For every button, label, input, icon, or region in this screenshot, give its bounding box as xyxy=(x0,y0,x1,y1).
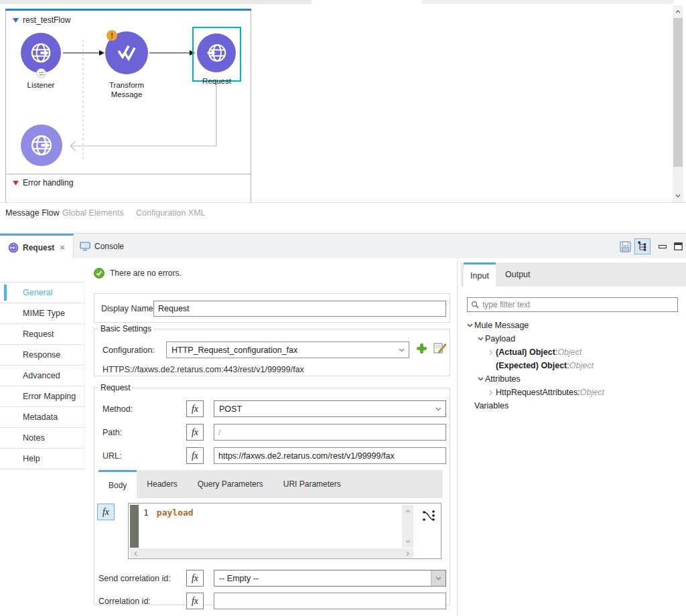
method-fx-button[interactable]: fx xyxy=(186,400,204,417)
display-name-label: Display Name: xyxy=(101,304,155,313)
http-globe-icon xyxy=(28,132,55,159)
dataweave-mapping-icon[interactable] xyxy=(421,509,436,524)
minimize-icon xyxy=(659,244,667,249)
chevron-down-icon[interactable] xyxy=(465,323,474,327)
warning-badge-icon: ! xyxy=(107,30,117,41)
display-name-input[interactable] xyxy=(153,301,446,317)
tree-item-variables[interactable]: Variables xyxy=(461,399,682,412)
tab-uri-parameters[interactable]: URI Parameters xyxy=(273,470,351,498)
filter-box[interactable] xyxy=(467,297,678,312)
maximize-icon xyxy=(674,242,683,250)
chevron-down-icon[interactable] xyxy=(394,342,409,358)
scrollbar-thumb[interactable] xyxy=(673,18,683,167)
correlation-id-fx-button[interactable]: fx xyxy=(186,593,204,609)
tree-link-icon xyxy=(637,241,648,252)
tab-input[interactable]: Input xyxy=(464,262,496,287)
chevron-down-icon[interactable] xyxy=(476,377,485,381)
correlation-id-label: Correlation id: xyxy=(98,597,151,606)
save-button[interactable] xyxy=(617,238,633,254)
plus-icon xyxy=(416,343,427,354)
configuration-select[interactable]: HTTP_Request_configuration_fax xyxy=(166,341,409,358)
body-editor[interactable]: 1payload xyxy=(128,503,441,559)
flow-container[interactable]: rest_testFlow Liste xyxy=(5,9,251,202)
properties-sidebar: General MIME Type Request Response Advan… xyxy=(0,282,85,469)
tree-item-expected-object[interactable]: (Expected) Object : Object xyxy=(461,359,682,372)
sidebar-item-general[interactable]: General xyxy=(0,283,84,303)
scroll-right-icon[interactable] xyxy=(406,547,409,559)
node-label-listener: Listener xyxy=(14,80,68,90)
method-select[interactable]: POST xyxy=(214,400,446,417)
sidebar-item-metadata[interactable]: Metadata xyxy=(0,407,84,428)
tab-message-flow[interactable]: Message Flow xyxy=(5,208,60,218)
path-fx-button[interactable]: fx xyxy=(186,424,204,441)
node-listener[interactable] xyxy=(21,33,61,73)
tree-item-actual-object[interactable]: (Actual) Object : Object xyxy=(461,345,682,359)
correlation-id-input[interactable] xyxy=(214,593,446,609)
tree-item-http-request-attributes[interactable]: HttpRequestAttributes : Object xyxy=(461,386,682,399)
sidebar-item-error-mapping[interactable]: Error Mapping xyxy=(0,386,84,407)
tab-global-elements[interactable]: Global Elements xyxy=(62,208,124,218)
send-correlation-select[interactable]: -- Empty -- xyxy=(214,570,446,587)
tab-headers[interactable]: Headers xyxy=(137,470,187,498)
sidebar-item-request[interactable]: Request xyxy=(0,324,84,345)
tree-item-mule-message[interactable]: Mule Message xyxy=(461,319,682,332)
chevron-down-icon[interactable] xyxy=(476,337,485,341)
tab-configuration-xml[interactable]: Configuration XML xyxy=(136,208,206,218)
collapse-triangle-icon[interactable] xyxy=(13,180,19,185)
scroll-left-icon[interactable] xyxy=(134,547,137,559)
scroll-down-icon[interactable] xyxy=(673,191,683,201)
editor-vertical-scrollbar[interactable] xyxy=(402,505,413,548)
console-icon xyxy=(80,242,90,251)
search-icon xyxy=(471,301,479,309)
chevron-right-icon[interactable] xyxy=(486,350,496,356)
sidebar-item-response[interactable]: Response xyxy=(0,345,84,366)
error-handling-label: Error handling xyxy=(23,178,73,187)
minimize-view-button[interactable] xyxy=(655,238,671,254)
url-input[interactable] xyxy=(214,447,446,464)
chevron-down-icon[interactable] xyxy=(431,570,445,586)
listener-sync-badge-icon xyxy=(36,68,46,78)
node-request[interactable] xyxy=(197,33,236,72)
tree-item-payload[interactable]: Payload xyxy=(461,332,682,345)
flow-header[interactable]: rest_testFlow xyxy=(13,15,70,25)
flow-canvas[interactable]: rest_testFlow Liste xyxy=(0,4,686,202)
tree-item-attributes[interactable]: Attributes xyxy=(461,372,682,386)
tab-request[interactable]: Request × xyxy=(0,234,74,259)
body-fx-button[interactable]: fx xyxy=(97,504,115,520)
sidebar-item-advanced[interactable]: Advanced xyxy=(0,366,84,386)
url-fx-button[interactable]: fx xyxy=(186,447,204,464)
url-label: URL: xyxy=(102,451,121,461)
close-icon[interactable]: × xyxy=(60,242,65,252)
node-error-listener[interactable] xyxy=(21,125,62,166)
sidebar-item-help[interactable]: Help xyxy=(0,449,84,469)
error-handling-header[interactable]: Error handling xyxy=(13,178,73,187)
editor-horizontal-scrollbar[interactable] xyxy=(130,548,413,558)
tab-console[interactable]: Console xyxy=(72,234,132,259)
tab-output[interactable]: Output xyxy=(496,262,540,287)
chevron-down-icon[interactable] xyxy=(431,401,445,416)
send-correlation-fx-button[interactable]: fx xyxy=(186,570,204,587)
sidebar-item-notes[interactable]: Notes xyxy=(0,428,84,449)
filter-input[interactable] xyxy=(482,300,674,309)
scroll-up-icon[interactable] xyxy=(673,7,683,17)
request-legend: Request xyxy=(98,383,133,392)
canvas-vertical-scrollbar[interactable] xyxy=(673,5,683,202)
dataweave-icon xyxy=(115,43,139,63)
tab-query-parameters[interactable]: Query Parameters xyxy=(188,470,273,498)
display-name-group: Display Name: xyxy=(94,293,450,323)
maximize-view-button[interactable] xyxy=(670,238,686,254)
configuration-label: Configuration: xyxy=(102,345,155,355)
tab-body[interactable]: Body xyxy=(98,470,137,498)
path-input[interactable] xyxy=(214,424,446,441)
scroll-up-icon[interactable] xyxy=(402,506,413,516)
link-with-flow-toggle[interactable] xyxy=(634,238,650,254)
edit-configuration-button[interactable] xyxy=(433,342,446,354)
editor-line[interactable]: 1payload xyxy=(143,508,194,518)
node-label-request: Request xyxy=(192,76,241,86)
sidebar-item-mime-type[interactable]: MIME Type xyxy=(0,303,84,324)
edit-icon xyxy=(433,342,446,354)
collapse-triangle-icon[interactable] xyxy=(13,17,19,23)
add-configuration-button[interactable] xyxy=(416,343,427,354)
scroll-down-icon[interactable] xyxy=(402,536,413,546)
chevron-right-icon[interactable] xyxy=(486,390,496,396)
